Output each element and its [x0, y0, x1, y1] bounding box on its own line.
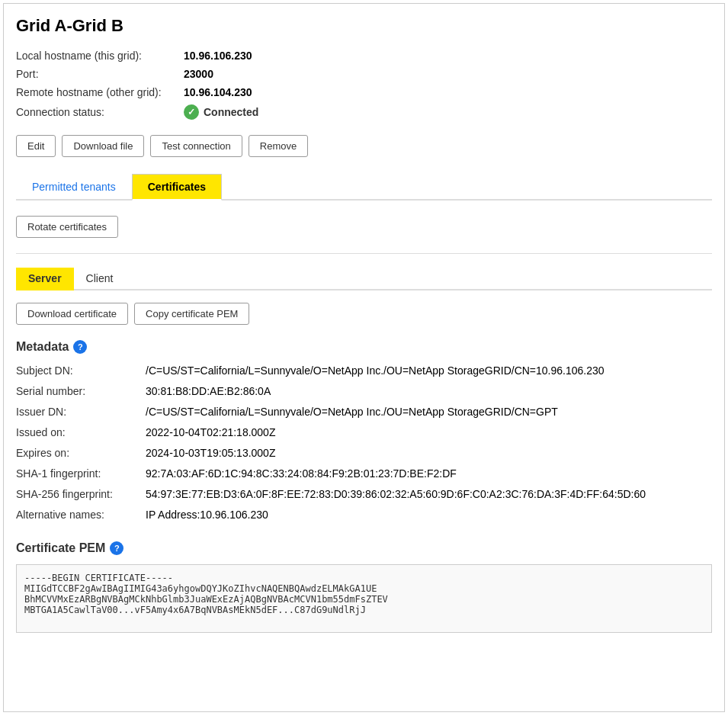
certificate-pem-section: Certificate PEM ? -----BEGIN CERTIFICATE… — [16, 541, 712, 633]
table-row: SHA-1 fingerprint:92:7A:03:AF:6D:1C:94:8… — [16, 466, 712, 482]
sub-tab-server[interactable]: Server — [16, 268, 74, 290]
metadata-title: Metadata ? — [16, 340, 712, 354]
meta-value: /C=US/ST=California/L=Sunnyvale/O=NetApp… — [146, 404, 558, 420]
tab-certificates[interactable]: Certificates — [132, 174, 222, 201]
local-hostname-row: Local hostname (this grid): 10.96.106.23… — [16, 50, 712, 62]
certificate-pem-help-icon[interactable]: ? — [110, 541, 123, 555]
port-label: Port: — [16, 68, 184, 80]
port-row: Port: 23000 — [16, 68, 712, 80]
main-container: Grid A-Grid B Local hostname (this grid)… — [3, 3, 725, 712]
table-row: Issued on:2022-10-04T02:21:18.000Z — [16, 425, 712, 441]
metadata-help-icon[interactable]: ? — [73, 340, 87, 354]
connection-status-text: Connected — [204, 106, 258, 118]
metadata-section: Metadata ? Subject DN:/C=US/ST=Californi… — [16, 340, 712, 523]
meta-label: Alternative names: — [16, 507, 146, 523]
remote-hostname-value: 10.96.104.230 — [184, 86, 252, 98]
connection-status-value: ✓ Connected — [184, 104, 258, 120]
connected-icon: ✓ — [184, 104, 199, 120]
meta-label: Expires on: — [16, 445, 146, 461]
table-row: Expires on:2024-10-03T19:05:13.000Z — [16, 445, 712, 461]
certificate-pem-content: -----BEGIN CERTIFICATE----- MIIGdTCCBF2g… — [16, 564, 712, 633]
sub-tabs-container: Server Client — [16, 266, 712, 290]
meta-value: 30:81:B8:DD:AE:B2:86:0A — [146, 384, 271, 400]
table-row: Alternative names:IP Address:10.96.106.2… — [16, 507, 712, 523]
certificate-action-row: Download certificate Copy certificate PE… — [16, 303, 712, 325]
certificate-pem-title-text: Certificate PEM — [16, 541, 105, 555]
port-value: 23000 — [184, 68, 213, 80]
tab-permitted-tenants[interactable]: Permitted tenants — [16, 174, 132, 201]
sub-tab-client[interactable]: Client — [74, 268, 126, 290]
table-row: Subject DN:/C=US/ST=California/L=Sunnyva… — [16, 363, 712, 379]
metadata-title-text: Metadata — [16, 340, 69, 354]
test-connection-button[interactable]: Test connection — [150, 135, 242, 157]
meta-label: SHA-1 fingerprint: — [16, 466, 146, 482]
edit-button[interactable]: Edit — [16, 135, 56, 157]
remote-hostname-row: Remote hostname (other grid): 10.96.104.… — [16, 86, 712, 98]
meta-label: Serial number: — [16, 384, 146, 400]
remote-hostname-label: Remote hostname (other grid): — [16, 86, 184, 98]
table-row: Issuer DN:/C=US/ST=California/L=Sunnyval… — [16, 404, 712, 420]
table-row: Serial number:30:81:B8:DD:AE:B2:86:0A — [16, 384, 712, 400]
meta-value: 2022-10-04T02:21:18.000Z — [146, 425, 275, 441]
copy-certificate-pem-button[interactable]: Copy certificate PEM — [134, 303, 249, 325]
meta-label: Subject DN: — [16, 363, 146, 379]
meta-value: 92:7A:03:AF:6D:1C:94:8C:33:24:08:84:F9:2… — [146, 466, 457, 482]
meta-label: Issued on: — [16, 425, 146, 441]
info-table: Local hostname (this grid): 10.96.106.23… — [16, 50, 712, 120]
meta-value: IP Address:10.96.106.230 — [146, 507, 268, 523]
meta-value: 54:97:3E:77:EB:D3:6A:0F:8F:EE:72:83:D0:3… — [146, 486, 646, 502]
divider — [16, 253, 712, 254]
connection-status-row: Connection status: ✓ Connected — [16, 104, 712, 120]
action-button-row: Edit Download file Test connection Remov… — [16, 135, 712, 157]
download-certificate-button[interactable]: Download certificate — [16, 303, 128, 325]
rotate-certificates-button[interactable]: Rotate certificates — [16, 216, 118, 238]
metadata-rows: Subject DN:/C=US/ST=California/L=Sunnyva… — [16, 363, 712, 523]
meta-value: /C=US/ST=California/L=Sunnyvale/O=NetApp… — [146, 363, 605, 379]
local-hostname-value: 10.96.106.230 — [184, 50, 252, 62]
table-row: SHA-256 fingerprint:54:97:3E:77:EB:D3:6A… — [16, 486, 712, 502]
local-hostname-label: Local hostname (this grid): — [16, 50, 184, 62]
meta-label: SHA-256 fingerprint: — [16, 486, 146, 502]
tabs-container: Permitted tenants Certificates — [16, 172, 712, 201]
page-title: Grid A-Grid B — [16, 16, 712, 36]
certificate-pem-title: Certificate PEM ? — [16, 541, 712, 555]
download-file-button[interactable]: Download file — [62, 135, 144, 157]
remove-button[interactable]: Remove — [249, 135, 308, 157]
rotate-btn-row: Rotate certificates — [16, 216, 712, 238]
meta-value: 2024-10-03T19:05:13.000Z — [146, 445, 275, 461]
connection-status-label: Connection status: — [16, 106, 184, 118]
meta-label: Issuer DN: — [16, 404, 146, 420]
